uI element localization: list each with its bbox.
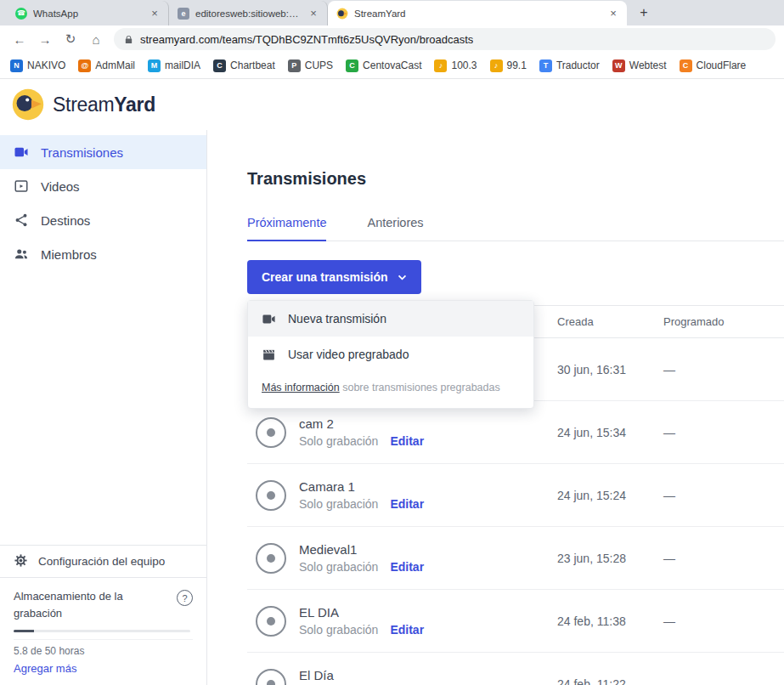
bookmark-item[interactable]: CCentovaCast: [346, 59, 421, 72]
back-icon[interactable]: ←: [8, 28, 31, 50]
camera-icon: [262, 312, 276, 326]
storage-section: Almacenamiento de la grabación ? 5.8 de …: [0, 577, 206, 685]
menu-item-video-pregrabado[interactable]: Usar video pregrabado: [248, 337, 533, 372]
site-favicon-icon: e: [178, 8, 189, 20]
broadcast-tabs: Próximamente Anteriores: [247, 216, 784, 241]
bookmark-label: Traductor: [556, 59, 600, 71]
tab-anteriores[interactable]: Anteriores: [367, 216, 423, 241]
bookmark-label: Webtest: [629, 59, 667, 71]
create-broadcast-label: Crear una transmisión: [262, 270, 388, 284]
table-row: cam 2Solo grabaciónEditar24 jun, 15:34—: [247, 401, 784, 464]
info-rest-text: sobre transmisiones pregrabadas: [340, 382, 500, 393]
streamyard-logo-icon: [12, 88, 44, 121]
sidebar-item-destinos[interactable]: Destinos: [0, 203, 206, 237]
menu-item-label: Nueva transmisión: [288, 312, 386, 326]
sidebar-item-label: Destinos: [41, 213, 90, 228]
broadcast-cell: Medieval1Solo grabaciónEditar: [247, 542, 557, 574]
scheduled-cell: —: [663, 426, 784, 439]
reload-icon[interactable]: ↻: [59, 28, 82, 50]
storage-label: Almacenamiento de la grabación: [14, 588, 156, 621]
tab-strip: ☎ WhatsApp × e editoresweb:sitioweb:eldi…: [0, 0, 784, 25]
tab-close-icon[interactable]: ×: [148, 7, 161, 20]
broadcast-title: Medieval1: [299, 542, 424, 557]
bookmark-item[interactable]: NNAKIVO: [10, 59, 65, 72]
menu-item-nueva-transmision[interactable]: Nueva transmisión: [248, 301, 533, 337]
broadcast-subtitle: Solo grabación: [299, 623, 378, 637]
edit-link[interactable]: Editar: [390, 497, 424, 511]
whatsapp-icon: ☎: [15, 8, 27, 20]
tab-close-icon[interactable]: ×: [307, 7, 320, 20]
home-icon[interactable]: ⌂: [85, 28, 107, 50]
video-file-icon: [14, 178, 29, 194]
bookmark-favicon-icon: P: [288, 59, 301, 72]
table-row: EL DIASolo grabaciónEditar24 feb, 11:38—: [247, 590, 784, 653]
page-title: Transmisiones: [247, 169, 784, 189]
created-cell: 24 feb, 11:22: [557, 677, 663, 685]
tab-close-icon[interactable]: ×: [606, 7, 620, 20]
edit-link[interactable]: Editar: [390, 560, 424, 574]
browser-tab-eldia[interactable]: e editoresweb:sitioweb:eldia.co ×: [169, 1, 328, 25]
bookmark-item[interactable]: ♪100.3: [434, 59, 477, 72]
bookmarks-bar: NNAKIVO@AdmMailMmailDIACChartbeatPCUPSCC…: [0, 53, 784, 79]
bookmark-favicon-icon: T: [539, 59, 552, 72]
created-cell: 30 jun, 16:31: [557, 363, 663, 376]
bookmark-item[interactable]: ♪99.1: [490, 59, 527, 72]
scheduled-cell: —: [663, 363, 784, 376]
bookmark-item[interactable]: CCloudFlare: [680, 59, 747, 72]
column-header-created: Creada: [557, 315, 663, 328]
tab-proximamente[interactable]: Próximamente: [247, 216, 326, 241]
wordmark-yard: Yard: [114, 93, 155, 116]
share-icon: [14, 212, 29, 228]
url-text: streamyard.com/teams/TQDhBC9ZNTmft6z5UsQ…: [140, 33, 473, 46]
bookmark-favicon-icon: C: [346, 59, 358, 72]
bookmark-item[interactable]: @AdmMail: [78, 59, 135, 72]
sidebar-item-label: Transmisiones: [41, 145, 123, 160]
bookmark-favicon-icon: N: [10, 59, 23, 72]
bookmark-item[interactable]: WWebtest: [612, 59, 667, 72]
mas-informacion-link[interactable]: Más información: [262, 382, 340, 393]
bookmark-favicon-icon: C: [213, 59, 226, 72]
broadcast-subtitle: Solo grabación: [299, 560, 378, 574]
prerecorded-info-text: Más información sobre transmisiones preg…: [248, 372, 533, 405]
sidebar-item-transmisiones[interactable]: Transmisiones: [0, 135, 206, 169]
storage-usage: 5.8 de 50 horas: [14, 639, 193, 657]
sidebar-item-miembros[interactable]: Miembros: [0, 237, 206, 271]
broadcast-cell: El DíaSolo grabaciónEditar: [247, 668, 557, 685]
bookmark-item[interactable]: PCUPS: [288, 59, 333, 72]
forward-icon[interactable]: →: [34, 28, 56, 50]
scheduled-cell: —: [663, 489, 784, 502]
record-icon: [256, 417, 286, 448]
main-content: Transmisiones Próximamente Anteriores Cr…: [207, 130, 784, 685]
new-tab-button[interactable]: +: [634, 3, 654, 23]
help-icon[interactable]: ?: [177, 590, 193, 606]
add-more-link[interactable]: Agregar más: [14, 662, 76, 675]
bookmark-item[interactable]: TTraductor: [539, 59, 600, 72]
bookmark-item[interactable]: CChartbeat: [213, 59, 275, 72]
create-broadcast-button[interactable]: Crear una transmisión: [247, 260, 421, 294]
broadcast-subtitle: Solo grabación: [299, 434, 378, 448]
edit-link[interactable]: Editar: [390, 623, 424, 637]
browser-tab-streamyard[interactable]: StreamYard ×: [328, 1, 627, 25]
bookmark-favicon-icon: C: [680, 59, 692, 72]
broadcast-title: cam 2: [299, 416, 424, 431]
browser-tab-whatsapp[interactable]: ☎ WhatsApp ×: [7, 1, 169, 25]
address-bar: ← → ↻ ⌂ streamyard.com/teams/TQDhBC9ZNTm…: [0, 25, 784, 53]
bookmark-label: AdmMail: [95, 59, 135, 71]
bookmark-favicon-icon: @: [78, 59, 91, 72]
record-icon: [256, 543, 286, 574]
tab-title: StreamYard: [354, 8, 601, 19]
created-cell: 24 jun, 15:24: [557, 489, 663, 502]
team-settings-item[interactable]: Configuración del equipo: [0, 545, 206, 577]
bookmark-item[interactable]: MmailDIA: [148, 59, 200, 72]
sidebar: Transmisiones Videos Destinos Miembros: [0, 130, 207, 685]
sidebar-item-videos[interactable]: Videos: [0, 169, 206, 203]
url-field[interactable]: streamyard.com/teams/TQDhBC9ZNTmft6z5UsQ…: [114, 28, 776, 50]
bookmark-label: mailDIA: [165, 59, 200, 71]
clapperboard-icon: [262, 348, 276, 362]
scheduled-cell: —: [663, 614, 784, 628]
tab-title: editoresweb:sitioweb:eldia.co: [195, 8, 301, 19]
edit-link[interactable]: Editar: [390, 434, 424, 448]
created-cell: 24 feb, 11:38: [557, 614, 663, 628]
record-icon: [256, 669, 286, 685]
broadcast-cell: cam 2Solo grabaciónEditar: [247, 416, 557, 448]
